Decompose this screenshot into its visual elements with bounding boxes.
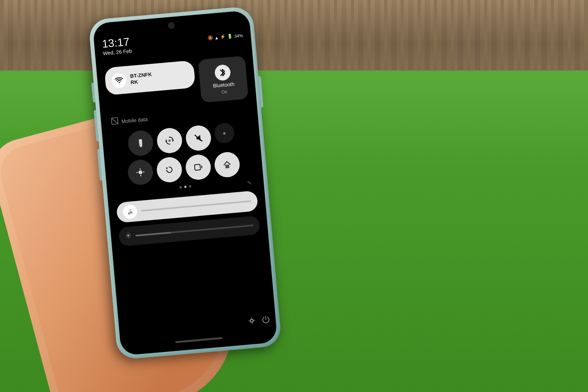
battery-icon: 🔋 (227, 34, 233, 39)
wifi-tile[interactable]: BT-ZNFK RK (104, 60, 196, 96)
dot-3 (189, 185, 192, 188)
bluetooth-icon (214, 64, 231, 81)
screen-rotate-tile[interactable] (156, 127, 183, 154)
flashlight-tile[interactable] (127, 129, 154, 156)
wifi-icon (111, 73, 127, 89)
svg-line-29 (129, 233, 130, 234)
battery-level: 34% (234, 33, 243, 38)
screen-record-icon (194, 163, 203, 172)
mute-tile[interactable] (185, 125, 212, 152)
bluetooth-status: On (221, 89, 227, 94)
mobile-data-icon (111, 117, 119, 127)
brightness-fill (135, 232, 171, 236)
mute-icon: 🔕 (207, 35, 213, 41)
phone-wrapper: 13:17 Wed, 26 Feb 🔕 ▲ ⚡ 🔋 34% (88, 6, 282, 360)
bluetooth-label: Bluetooth (213, 81, 235, 89)
sim-off-icon (111, 117, 119, 125)
dot-1 (180, 186, 182, 189)
svg-rect-3 (139, 139, 142, 145)
power-button-icon (261, 315, 270, 324)
media-track[interactable] (141, 200, 251, 212)
svg-line-21 (130, 209, 132, 211)
svg-line-8 (194, 134, 202, 142)
bt-status-icon: ⚡ (220, 34, 226, 40)
mobile-data-label: Mobile data (121, 116, 148, 124)
bottom-actions (248, 315, 270, 327)
svg-rect-17 (225, 165, 229, 169)
phone-screen: 13:17 Wed, 26 Feb 🔕 ▲ ⚡ 🔋 34% (93, 10, 278, 356)
music-icon (127, 209, 133, 215)
svg-point-0 (119, 82, 120, 83)
brightness-slider-icon (125, 232, 132, 240)
svg-line-27 (126, 234, 127, 234)
svg-rect-15 (194, 164, 200, 170)
color-correction-icon: ● (222, 130, 226, 136)
status-icons: 🔕 ▲ ⚡ 🔋 34% (207, 33, 243, 41)
wifi-status-icon: ▲ (214, 35, 219, 40)
svg-line-28 (130, 237, 131, 238)
camera-notch (168, 22, 174, 29)
home-icon (223, 160, 232, 169)
wifi-symbol-icon (114, 77, 123, 84)
rotate-tile[interactable] (156, 156, 183, 183)
brightness-tile[interactable] (127, 159, 154, 186)
mute-icon (194, 133, 203, 143)
settings-icon[interactable] (248, 316, 256, 327)
bluetooth-tile[interactable]: Bluetooth On (198, 56, 249, 103)
edit-icon[interactable]: ✎ (247, 180, 252, 186)
svg-marker-16 (201, 165, 203, 169)
color-tile[interactable]: ● (214, 122, 235, 143)
sun-icon (125, 232, 132, 239)
phone-body: 13:17 Wed, 26 Feb 🔕 ▲ ⚡ 🔋 34% (88, 6, 282, 360)
svg-point-22 (127, 234, 130, 237)
screen-record-tile[interactable] (185, 154, 212, 181)
brightness-track[interactable] (135, 225, 253, 236)
navigation-bar (175, 337, 222, 343)
dot-2-active (184, 185, 187, 188)
svg-marker-4 (139, 145, 142, 147)
flashlight-icon (136, 138, 145, 148)
screen-rotate-icon (165, 136, 174, 145)
svg-line-30 (127, 237, 127, 238)
wifi-text-group: BT-ZNFK RK (130, 68, 189, 85)
svg-marker-14 (165, 167, 167, 169)
time-date-group: 13:17 Wed, 26 Feb (102, 36, 132, 56)
gear-icon (248, 316, 256, 325)
svg-point-5 (168, 139, 171, 142)
clock: 13:17 (102, 36, 131, 49)
svg-line-2 (111, 118, 118, 124)
svg-point-9 (138, 170, 143, 174)
svg-point-31 (250, 319, 253, 322)
svg-line-20 (130, 209, 130, 213)
media-thumb (122, 204, 138, 220)
bluetooth-symbol-icon (219, 67, 227, 78)
home-tile[interactable] (214, 151, 241, 178)
status-bar: 13:17 Wed, 26 Feb 🔕 ▲ ⚡ 🔋 34% (102, 26, 244, 56)
top-tiles-row: BT-ZNFK RK Bluetooth On (104, 56, 249, 111)
quick-settings-panel: BT-ZNFK RK Bluetooth On (104, 56, 267, 324)
brightness-icon (136, 168, 145, 177)
auto-rotate-icon (165, 165, 174, 174)
power-icon[interactable] (261, 315, 270, 326)
